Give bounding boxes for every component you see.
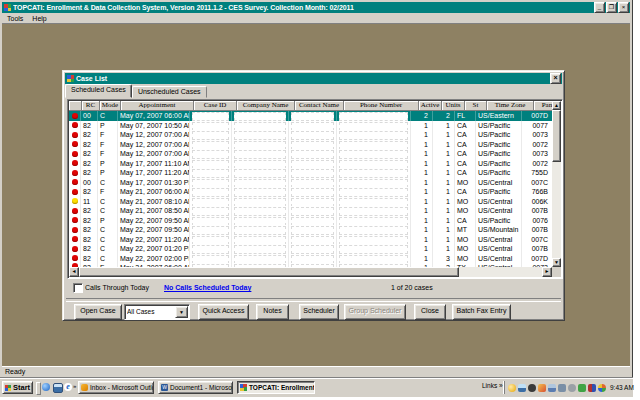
chevron-down-icon[interactable]: ▼ — [175, 306, 188, 318]
status-cell — [69, 216, 81, 226]
table-row[interactable]: 82PMay 17, 2007 11:20 AM11CAUS/Pacific75… — [69, 168, 552, 178]
quick-launch-desktop-icon[interactable] — [53, 383, 63, 393]
scheduler-button[interactable]: Scheduler — [299, 304, 339, 320]
table-row[interactable]: 00CMay 07, 2007 06:00 AM22FLUS/Eastern00… — [69, 111, 552, 121]
table-row[interactable]: 82PMay 17, 2007 11:10 AM11CAUS/Pacific00… — [69, 159, 552, 169]
dialog-close-icon[interactable]: × — [550, 73, 561, 84]
menu-item-tools[interactable]: Tools — [7, 14, 23, 23]
vertical-scroll-thumb[interactable] — [552, 110, 561, 162]
st-cell: CA — [455, 121, 476, 131]
redacted-contact-name — [291, 169, 334, 178]
quick-launch-media-icon[interactable] — [42, 383, 50, 391]
scroll-up-icon[interactable]: ▲ — [552, 101, 561, 110]
tab-scheduled-cases[interactable]: Scheduled Cases — [65, 84, 132, 98]
msn-icon[interactable] — [598, 384, 606, 392]
table-row[interactable]: 82PMay 22, 2007 09:50 AM11CAUS/Pacific00… — [69, 216, 552, 226]
column-header-Case ID[interactable]: Case ID — [194, 101, 237, 111]
table-row[interactable]: 82CMay 22, 2007 02:00 PM13MOUS/Central00… — [69, 254, 552, 264]
task-button[interactable]: TOPCATI: Enrollment... — [237, 381, 315, 394]
column-header-RC[interactable]: RC — [82, 101, 100, 111]
task-button[interactable]: WDocument1 - Microsoft W... — [158, 381, 233, 394]
restore-icon[interactable]: ❐ — [606, 2, 617, 13]
appointment-cell: May 22, 2007 01:20 PM — [118, 244, 190, 254]
redacted-phone-number-cell — [337, 111, 411, 121]
redacted-phone-number — [339, 169, 408, 178]
task-button[interactable]: Inbox - Microsoft Outlook. — [78, 381, 154, 394]
vertical-scrollbar[interactable]: ▲ ▼ — [552, 101, 561, 267]
phone-icon[interactable] — [528, 384, 536, 392]
table-row[interactable]: 82FMay 12, 2007 07:00 AM11CAUS/Pacific00… — [69, 140, 552, 150]
panel-cell: 007C — [522, 235, 552, 245]
links-overflow-icon[interactable]: » — [499, 382, 503, 389]
table-row[interactable]: 82CMay 22, 2007 01:20 PM11MOUS/Central00… — [69, 244, 552, 254]
table-row[interactable]: 82FMay 12, 2007 07:00 AM11CAUS/Pacific00… — [69, 149, 552, 159]
no-calls-scheduled-link[interactable]: No Calls Scheduled Today — [164, 283, 251, 292]
st-cell: CA — [455, 140, 476, 150]
alert-icon[interactable] — [538, 384, 546, 392]
quick-launch-ie-icon[interactable]: e — [64, 383, 72, 391]
shield-icon[interactable] — [588, 384, 596, 392]
calls-through-today-checkbox[interactable] — [73, 283, 83, 293]
open-case-button[interactable]: Open Case — [74, 304, 122, 320]
notes-button[interactable]: Notes — [256, 304, 289, 320]
menu-item-help[interactable]: Help — [32, 14, 46, 23]
table-row[interactable]: 11CMay 21, 2007 08:10 AM11MOUS/Central00… — [69, 197, 552, 207]
column-header-Mode[interactable]: Mode — [100, 101, 121, 111]
table-row[interactable]: 00CMay 17, 2007 01:30 PM11MOUS/Central00… — [69, 178, 552, 188]
column-header-St[interactable]: St — [465, 101, 487, 111]
column-header-status[interactable] — [69, 101, 82, 111]
table-row[interactable]: 82CMay 21, 2007 08:50 AM11MOUS/Central00… — [69, 206, 552, 216]
close-icon[interactable]: × — [618, 2, 629, 13]
panel-cell: 007B — [522, 244, 552, 254]
network-error-icon[interactable] — [548, 384, 556, 392]
table-row[interactable]: 82CMay 22, 2007 09:50 AM11MTUS/Mountain0… — [69, 225, 552, 235]
scroll-down-icon[interactable]: ▼ — [552, 258, 561, 267]
antivirus-icon[interactable] — [578, 384, 586, 392]
volume-icon[interactable] — [568, 384, 576, 392]
column-header-Contact Name[interactable]: Contact Name — [295, 101, 344, 111]
case-filter-select[interactable]: All Cases ▼ — [124, 304, 190, 320]
st-cell: CA — [455, 216, 476, 226]
column-header-Panel[interactable]: Panel — [534, 101, 552, 111]
redacted-case-id-cell — [190, 225, 232, 235]
network-icon[interactable] — [558, 384, 566, 392]
minimize-icon[interactable]: _ — [594, 2, 605, 13]
column-header-Active[interactable]: Active — [419, 101, 442, 111]
red-status-icon — [72, 255, 78, 261]
display-icon[interactable] — [518, 384, 526, 392]
table-body: 00CMay 07, 2007 06:00 AM22FLUS/Eastern00… — [69, 111, 552, 267]
table-row[interactable]: 82PMay 07, 2007 10:50 AM11CAUS/Pacific00… — [69, 121, 552, 131]
redacted-contact-name — [291, 150, 334, 159]
horizontal-scrollbar[interactable]: ◄ ► — [69, 267, 552, 277]
close-button[interactable]: Close — [414, 304, 446, 320]
status-cell — [69, 168, 81, 178]
mode-cell: C — [98, 225, 118, 235]
table-row[interactable]: 82CMay 22, 2007 11:20 AM11MOUS/Central00… — [69, 235, 552, 245]
tab-unscheduled-cases[interactable]: Unscheduled Cases — [132, 86, 207, 98]
redacted-case-id-cell — [190, 235, 232, 245]
redacted-company-name-cell — [232, 206, 289, 216]
rc-cell: 82 — [81, 140, 98, 150]
redacted-contact-name — [291, 160, 334, 169]
redacted-contact-name-cell — [289, 216, 337, 226]
column-header-Phone Number[interactable]: Phone Number — [344, 101, 419, 111]
quick-access-button[interactable]: Quick Access — [198, 304, 249, 320]
column-header-Appointment[interactable]: Appointment — [121, 101, 194, 111]
toolbar-handle[interactable] — [36, 382, 41, 395]
messenger-icon[interactable] — [508, 384, 516, 392]
batch-fax-entry-button[interactable]: Batch Fax Entry — [452, 304, 511, 320]
st-cell: MO — [455, 197, 476, 207]
column-header-Time Zone[interactable]: Time Zone — [487, 101, 534, 111]
links-toolbar[interactable]: Links » — [482, 382, 503, 389]
column-header-Company Name[interactable]: Company Name — [237, 101, 295, 111]
scroll-left-icon[interactable]: ◄ — [69, 267, 79, 277]
table-row[interactable]: 82FMay 21, 2007 06:00 AM11CAUS/Pacific76… — [69, 187, 552, 197]
redacted-company-name-cell — [232, 254, 289, 264]
horizontal-scroll-thumb[interactable] — [79, 267, 459, 277]
scroll-right-icon[interactable]: ► — [542, 267, 552, 277]
table-row[interactable]: 82FMay 12, 2007 07:00 AM11CAUS/Pacific00… — [69, 130, 552, 140]
quick-launch-overflow-icon[interactable]: » — [73, 383, 76, 389]
column-header-Units[interactable]: Units — [442, 101, 465, 111]
case-list-dialog: Case List × Scheduled CasesUnscheduled C… — [62, 70, 565, 321]
start-button[interactable]: Start — [2, 381, 33, 394]
